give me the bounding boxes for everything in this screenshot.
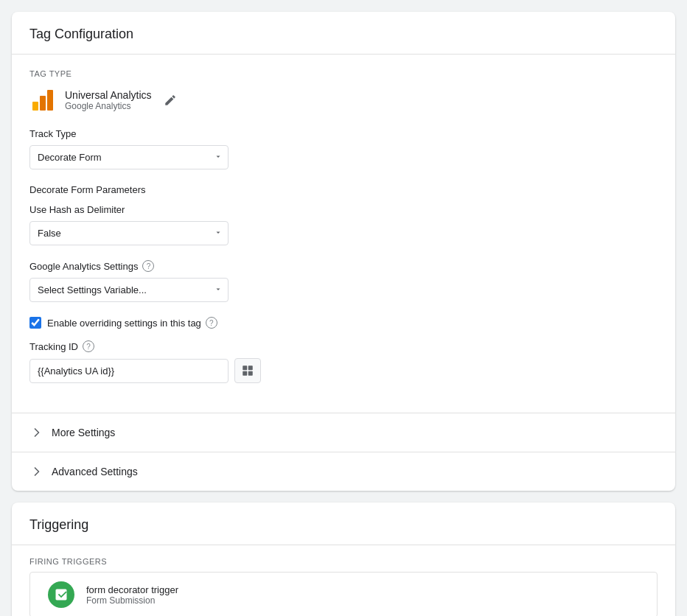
decorate-form-params-title: Decorate Form Parameters <box>29 184 658 195</box>
ga-settings-select-wrapper: Select Settings Variable... None <box>29 278 229 302</box>
track-type-select-wrapper: Decorate Form Page View Event Transactio… <box>29 145 229 169</box>
firing-triggers-label: Firing Triggers <box>12 545 675 572</box>
track-type-group: Track Type Decorate Form Page View Event… <box>29 128 658 169</box>
trigger-icon-circle <box>48 581 74 608</box>
edit-tag-button[interactable] <box>164 94 177 107</box>
ga-settings-help-icon[interactable]: ? <box>142 260 154 272</box>
enable-override-checkbox[interactable] <box>29 317 41 329</box>
svg-rect-1 <box>40 96 46 111</box>
triggering-title: Triggering <box>12 503 675 545</box>
tracking-id-input[interactable] <box>29 359 229 383</box>
enable-override-label: Enable overriding settings in this tag ? <box>47 317 217 329</box>
more-settings-row[interactable]: More Settings <box>12 413 675 452</box>
advanced-settings-row[interactable]: Advanced Settings <box>12 452 675 491</box>
ga-settings-group: Google Analytics Settings ? Select Setti… <box>29 260 658 302</box>
trigger-name: form decorator trigger <box>86 584 178 595</box>
tracking-id-help-icon[interactable]: ? <box>83 340 94 352</box>
use-hash-select[interactable]: True False <box>29 221 229 245</box>
tag-name: Universal Analytics <box>65 89 152 101</box>
tag-sub: Google Analytics <box>65 101 152 111</box>
tracking-id-label: Tracking ID ? <box>29 340 658 352</box>
triggering-card: Triggering Firing Triggers form decorato… <box>12 503 675 616</box>
use-hash-label: Use Hash as Delimiter <box>29 204 658 215</box>
trigger-info: form decorator trigger Form Submission <box>86 584 178 606</box>
trigger-type: Form Submission <box>86 595 178 606</box>
use-hash-select-wrapper: True False <box>29 221 229 245</box>
trigger-item[interactable]: form decorator trigger Form Submission <box>29 572 658 616</box>
tag-type-label: Tag type <box>29 69 658 78</box>
tracking-id-group: Tracking ID ? <box>29 340 658 383</box>
ua-svg-icon <box>31 88 55 112</box>
use-hash-group: Use Hash as Delimiter True False <box>29 204 658 245</box>
svg-rect-0 <box>32 102 38 111</box>
enable-override-row: Enable overriding settings in this tag ? <box>29 317 658 329</box>
tag-configuration-card: Tag Configuration Tag type Universal Ana… <box>12 12 675 491</box>
svg-rect-2 <box>47 90 53 111</box>
form-submission-icon <box>54 587 69 602</box>
ga-settings-select[interactable]: Select Settings Variable... None <box>29 278 229 302</box>
svg-rect-6 <box>248 371 253 376</box>
more-settings-label: More Settings <box>52 427 115 438</box>
advanced-settings-label: Advanced Settings <box>52 466 138 477</box>
ga-settings-label: Google Analytics Settings ? <box>29 260 658 272</box>
variable-picker-button[interactable] <box>234 358 261 383</box>
advanced-settings-chevron-icon <box>29 464 44 479</box>
track-type-label: Track Type <box>29 128 658 139</box>
tag-config-body: Tag type Universal Analytics Google Anal… <box>12 55 675 413</box>
svg-rect-3 <box>243 365 247 370</box>
tag-type-row: Universal Analytics Google Analytics <box>29 87 658 113</box>
tracking-id-row <box>29 358 658 383</box>
track-type-select[interactable]: Decorate Form Page View Event Transactio… <box>29 145 229 169</box>
svg-rect-5 <box>243 371 247 376</box>
more-settings-chevron-icon <box>29 425 44 440</box>
enable-override-help-icon[interactable]: ? <box>206 317 217 329</box>
tag-info: Universal Analytics Google Analytics <box>65 89 152 111</box>
analytics-icon <box>29 87 56 113</box>
tag-config-title: Tag Configuration <box>12 12 675 55</box>
svg-rect-4 <box>248 365 253 370</box>
